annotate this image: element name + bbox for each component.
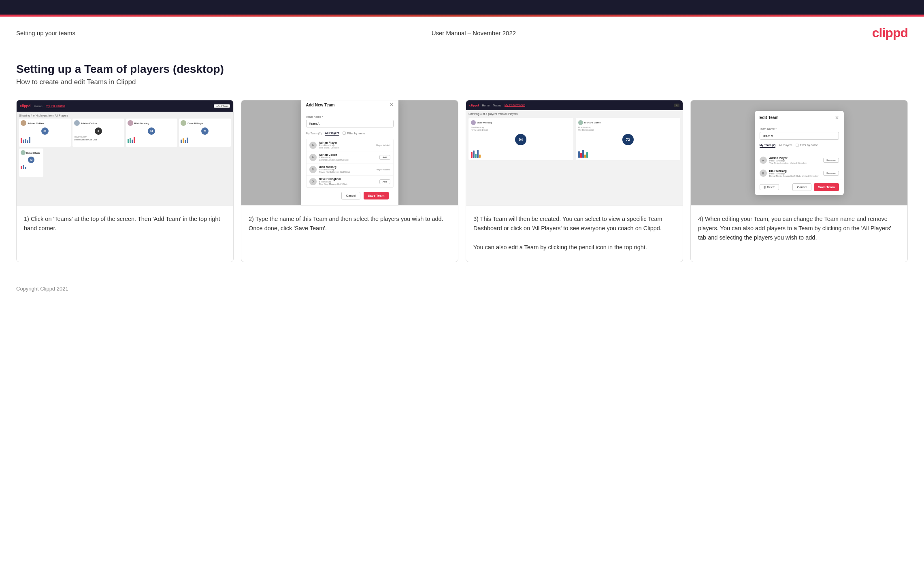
mock-player-info-1: Adrian Player Plus Handicap The Shire, L… (319, 141, 373, 149)
mock-cancel-button[interactable]: Cancel (341, 192, 360, 199)
mock-filter-checkbox: Filter by name (343, 132, 365, 135)
card-4-text: 4) When editing your Team, you can chang… (691, 206, 907, 262)
top-bar (0, 0, 924, 15)
mock-player-info-3: Blair McHarg Plus Handicap Royal North D… (319, 165, 373, 173)
mock-player-status-3: Player Added (376, 168, 390, 171)
mock-avatar-4: D (309, 178, 317, 185)
card-1-text: 1) Click on 'Teams' at the top of the sc… (17, 206, 233, 262)
mock-edit-name-2: Blair McHarg (769, 170, 821, 172)
cards-row: clippd Home My Pd Teams + Add Team Showi… (0, 96, 924, 278)
mock-player-info-4: Dave Billingham 5 Handicap The Gog Magog… (319, 178, 377, 185)
mock-edit-tab-myteam: My Team (2) (760, 143, 776, 148)
mock-edit-name-1: Adrian Player (769, 157, 821, 159)
mock-add-player-4[interactable]: Add (379, 179, 390, 184)
mock-add-team: + Add Team (214, 104, 230, 108)
mock-avatar-3: B (309, 166, 317, 173)
trash-icon: 🗑 (763, 186, 766, 189)
mock-player-grid-1: Adrian Collins 84 (19, 119, 231, 147)
mock-player-name-4: Dave Billingham (319, 178, 377, 180)
mock-add-dialog-title: Add New Team (306, 103, 335, 107)
mock-add-dialog-header: Add New Team ✕ (301, 100, 398, 111)
mock-edit-detail-1b: The Shire London, United Kingdom (769, 162, 821, 164)
mock-edit-team-label: Team Name * (760, 127, 839, 130)
card-4: Edit Team ✕ Team Name * My Team (2) All … (690, 100, 908, 262)
mock-team-name-input[interactable] (306, 120, 394, 127)
mock-player-detail-1b: The Shire, London (319, 146, 373, 149)
mock-content-1: Showing 4 of 4 players from All Players … (17, 112, 233, 205)
copyright-text: Copyright Clippd 2021 (16, 286, 68, 292)
manual-label: User Manual – November 2022 (432, 30, 516, 36)
mock-edit-detail-2b: Royal North Devon Golf Club, United King… (769, 175, 821, 177)
mock-player-name-1: Adrian Player (319, 141, 373, 144)
mock-edit-player-info-1: Adrian Player Plus Handicap The Shire Lo… (769, 157, 821, 164)
mock-team-card-2: Richard Burke Plus HandicapThe Shire Lon… (576, 118, 681, 160)
mock-edit-tab-allplayers: All Players (779, 143, 792, 147)
mock-bottom-player: Richard Burke 72 (19, 148, 43, 177)
mock-player-row-4: D Dave Billingham 5 Handicap The Gog Mag… (307, 176, 393, 187)
mock-edit-dialog-header: Edit Team ✕ (755, 111, 844, 124)
card-3: clippd Home Teams My Performance ✎ Showi… (466, 100, 683, 262)
mock-team-players: Blair McHarg Plus HandicapRoyal North De… (468, 118, 680, 160)
mock-player-info-2: Adrian Coliba 1 Handicap Central London … (319, 153, 377, 161)
mock-delete-button[interactable]: 🗑 Delete (760, 184, 779, 190)
mock-player-status-1: Player Added (376, 144, 390, 146)
card-2-text: 2) Type the name of this Team and then s… (241, 206, 458, 262)
card-1: clippd Home My Pd Teams + Add Team Showi… (16, 100, 234, 262)
mock-edit-footer: 🗑 Delete Cancel Save Team (755, 180, 844, 195)
mock-player-card-2: Adrian Collins 0 Player Quality Central … (72, 119, 124, 147)
page-subtitle: How to create and edit Teams in Clippd (16, 78, 908, 86)
mock-player-name-3: Blair McHarg (319, 165, 373, 168)
screenshot-4: Edit Team ✕ Team Name * My Team (2) All … (691, 100, 907, 206)
screenshot-2: Add New Team ✕ Team Name * My Team (2) A… (241, 100, 458, 206)
mock-edit-dialog-title: Edit Team (760, 115, 779, 120)
mock-app-bar-1: clippd Home My Pd Teams + Add Team (17, 100, 233, 112)
mock-edit-tabs: My Team (2) All Players Filter by name (760, 143, 839, 148)
mock-tab-allplayers: All Players (325, 131, 339, 136)
mock-player-row-1: A Adrian Player Plus Handicap The Shire,… (307, 139, 393, 151)
mock-edit-avatar-2: B (760, 170, 767, 177)
screenshot-1: clippd Home My Pd Teams + Add Team Showi… (17, 100, 233, 206)
card-3-text: 3) This Team will then be created. You c… (466, 206, 683, 262)
mock-nav-home: Home (34, 104, 43, 108)
mock-filter-label: Showing 4 of 4 players from All Players (19, 114, 231, 117)
mock-avatar-2: A (309, 154, 317, 161)
page-title: Setting up a Team of players (desktop) (16, 63, 908, 76)
mock-remove-player-2[interactable]: Remove (823, 171, 839, 176)
card-3-text-2: You can also edit a Team by clicking the… (473, 244, 647, 250)
mock-player-card-3: Blair McHarg 94 (126, 119, 178, 147)
mock-tabs: My Team (2) All Players Filter by name (306, 131, 394, 136)
mock-player-row-3: B Blair McHarg Plus Handicap Royal North… (307, 163, 393, 176)
mock-edit-actions: Cancel Save Team (792, 183, 839, 191)
mock-player-list: A Adrian Player Plus Handicap The Shire,… (306, 139, 394, 188)
mock-add-player-2[interactable]: Add (379, 155, 390, 160)
mock-edit-cancel-button[interactable]: Cancel (792, 183, 811, 191)
mock-team-name-label: Team Name * (306, 115, 394, 118)
mock-edit-body: Team Name * My Team (2) All Players Filt… (755, 124, 844, 154)
mock-edit-save-button[interactable]: Save Team (814, 183, 839, 191)
mock-team-body-3: Showing 4 of 4 players from All Players … (466, 110, 683, 205)
mock-edit-filter: Filter by name (796, 144, 818, 147)
page-title-area: Setting up a Team of players (desktop) H… (0, 48, 924, 96)
mock-edit-close-icon: ✕ (835, 115, 839, 121)
logo: clippd (872, 25, 908, 40)
mock-edit-player-info-2: Blair McHarg Plus Handicap Royal North D… (769, 170, 821, 177)
mock-edit-team-input[interactable] (760, 132, 839, 140)
footer: Copyright Clippd 2021 (0, 278, 924, 299)
mock-edit-dialog: Edit Team ✕ Team Name * My Team (2) All … (755, 111, 844, 195)
mock-remove-player-1[interactable]: Remove (823, 158, 839, 163)
mock-team-info: Showing 4 of 4 players from All Players (468, 112, 680, 115)
mock-player-detail-2b: Central London Golf Centre (319, 159, 377, 161)
mock-save-team-button[interactable]: Save Team (364, 192, 388, 199)
mock-player-card-1: Adrian Collins 84 (19, 119, 71, 147)
mock-player-row-2: A Adrian Coliba 1 Handicap Central Londo… (307, 151, 393, 163)
mock-add-dialog: Add New Team ✕ Team Name * My Team (2) A… (301, 100, 398, 206)
mock-nav-teams: My Pd Teams (46, 104, 65, 108)
mock-tab-myteam: My Team (2) (306, 131, 322, 136)
card-2: Add New Team ✕ Team Name * My Team (2) A… (241, 100, 458, 262)
header: Setting up your teams User Manual – Nove… (0, 17, 924, 48)
mock-player-detail-4b: The Gog Magog Golf Club (319, 183, 377, 185)
card-3-text-1: 3) This Team will then be created. You c… (473, 216, 662, 231)
mock-player-card-4: Dave Billingh 78 (179, 119, 231, 147)
mock-add-dialog-footer: Cancel Save Team (306, 192, 394, 204)
mock-edit-player-1: A Adrian Player Plus Handicap The Shire … (755, 154, 844, 167)
